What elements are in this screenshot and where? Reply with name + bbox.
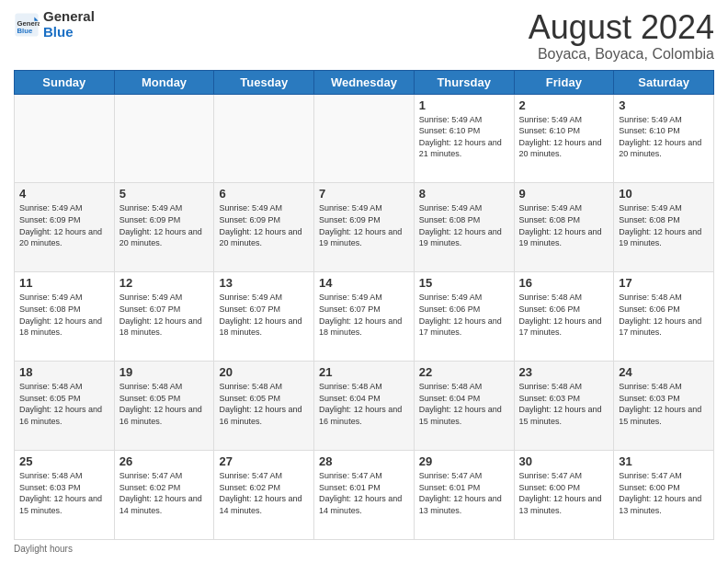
day-info: Sunrise: 5:47 AMSunset: 6:02 PMDaylight:… <box>219 470 309 516</box>
day-info: Sunrise: 5:49 AMSunset: 6:08 PMDaylight:… <box>519 202 609 248</box>
day-number: 14 <box>319 276 409 290</box>
day-number: 23 <box>519 365 609 379</box>
calendar-cell: 22Sunrise: 5:48 AMSunset: 6:04 PMDayligh… <box>414 362 514 451</box>
calendar-cell: 15Sunrise: 5:49 AMSunset: 6:06 PMDayligh… <box>414 272 514 362</box>
calendar-cell: 5Sunrise: 5:49 AMSunset: 6:09 PMDaylight… <box>114 183 214 272</box>
header: General Blue General Blue August 2024 Bo… <box>14 9 714 63</box>
title-section: August 2024 Boyaca, Boyaca, Colombia <box>529 9 714 63</box>
day-number: 15 <box>419 276 509 290</box>
footer-note: Daylight hours <box>14 544 714 554</box>
calendar-cell: 6Sunrise: 5:49 AMSunset: 6:09 PMDaylight… <box>214 183 314 272</box>
day-number: 6 <box>219 187 309 201</box>
day-number: 10 <box>619 187 709 201</box>
day-number: 26 <box>119 454 210 468</box>
day-info: Sunrise: 5:49 AMSunset: 6:10 PMDaylight:… <box>519 114 609 160</box>
calendar-cell: 12Sunrise: 5:49 AMSunset: 6:07 PMDayligh… <box>114 272 214 362</box>
calendar-cell: 1Sunrise: 5:49 AMSunset: 6:10 PMDaylight… <box>414 94 514 183</box>
location: Boyaca, Boyaca, Colombia <box>529 46 714 63</box>
logo: General Blue General Blue <box>14 9 95 40</box>
day-info: Sunrise: 5:48 AMSunset: 6:06 PMDaylight:… <box>519 292 609 338</box>
day-number: 24 <box>619 365 709 379</box>
day-info: Sunrise: 5:48 AMSunset: 6:03 PMDaylight:… <box>519 381 609 427</box>
day-info: Sunrise: 5:48 AMSunset: 6:06 PMDaylight:… <box>619 292 709 338</box>
day-number: 11 <box>19 276 109 290</box>
day-info: Sunrise: 5:47 AMSunset: 6:01 PMDaylight:… <box>319 470 409 516</box>
calendar-table: Sunday Monday Tuesday Wednesday Thursday… <box>14 70 714 540</box>
calendar-week-row: 18Sunrise: 5:48 AMSunset: 6:05 PMDayligh… <box>15 362 714 451</box>
day-info: Sunrise: 5:49 AMSunset: 6:07 PMDaylight:… <box>319 292 409 338</box>
day-number: 17 <box>619 276 709 290</box>
day-info: Sunrise: 5:49 AMSunset: 6:07 PMDaylight:… <box>119 292 210 338</box>
day-info: Sunrise: 5:49 AMSunset: 6:08 PMDaylight:… <box>619 202 709 248</box>
calendar-cell: 28Sunrise: 5:47 AMSunset: 6:01 PMDayligh… <box>314 451 415 540</box>
calendar-cell: 13Sunrise: 5:49 AMSunset: 6:07 PMDayligh… <box>214 272 314 362</box>
day-number: 3 <box>619 98 709 112</box>
day-info: Sunrise: 5:49 AMSunset: 6:08 PMDaylight:… <box>419 202 509 248</box>
day-number: 29 <box>419 454 509 468</box>
month-year: August 2024 <box>529 9 714 46</box>
day-info: Sunrise: 5:48 AMSunset: 6:05 PMDaylight:… <box>19 381 109 427</box>
calendar-cell: 4Sunrise: 5:49 AMSunset: 6:09 PMDaylight… <box>15 183 115 272</box>
day-number: 8 <box>419 187 509 201</box>
calendar-cell: 24Sunrise: 5:48 AMSunset: 6:03 PMDayligh… <box>614 362 714 451</box>
logo-general: General <box>43 9 95 25</box>
day-info: Sunrise: 5:48 AMSunset: 6:05 PMDaylight:… <box>219 381 309 427</box>
calendar-cell <box>114 94 214 183</box>
day-info: Sunrise: 5:47 AMSunset: 6:00 PMDaylight:… <box>619 470 709 516</box>
calendar-cell: 29Sunrise: 5:47 AMSunset: 6:01 PMDayligh… <box>414 451 514 540</box>
day-number: 18 <box>19 365 109 379</box>
day-number: 1 <box>419 98 509 112</box>
day-number: 4 <box>19 187 109 201</box>
day-info: Sunrise: 5:49 AMSunset: 6:10 PMDaylight:… <box>419 114 509 160</box>
page: General Blue General Blue August 2024 Bo… <box>0 0 728 563</box>
day-number: 27 <box>219 454 309 468</box>
day-info: Sunrise: 5:47 AMSunset: 6:00 PMDaylight:… <box>519 470 609 516</box>
day-info: Sunrise: 5:49 AMSunset: 6:10 PMDaylight:… <box>619 114 709 160</box>
day-info: Sunrise: 5:48 AMSunset: 6:05 PMDaylight:… <box>119 381 210 427</box>
calendar-cell: 14Sunrise: 5:49 AMSunset: 6:07 PMDayligh… <box>314 272 415 362</box>
calendar-cell <box>214 94 314 183</box>
day-info: Sunrise: 5:49 AMSunset: 6:09 PMDaylight:… <box>19 202 109 248</box>
day-info: Sunrise: 5:49 AMSunset: 6:07 PMDaylight:… <box>219 292 309 338</box>
calendar-cell: 21Sunrise: 5:48 AMSunset: 6:04 PMDayligh… <box>314 362 415 451</box>
col-friday: Friday <box>514 70 614 94</box>
day-info: Sunrise: 5:49 AMSunset: 6:08 PMDaylight:… <box>19 292 109 338</box>
day-number: 22 <box>419 365 509 379</box>
calendar-header-row: Sunday Monday Tuesday Wednesday Thursday… <box>15 70 714 94</box>
calendar-cell: 10Sunrise: 5:49 AMSunset: 6:08 PMDayligh… <box>614 183 714 272</box>
day-number: 21 <box>319 365 409 379</box>
calendar-cell: 26Sunrise: 5:47 AMSunset: 6:02 PMDayligh… <box>114 451 214 540</box>
day-number: 5 <box>119 187 210 201</box>
logo-icon: General Blue <box>14 12 40 38</box>
calendar-week-row: 4Sunrise: 5:49 AMSunset: 6:09 PMDaylight… <box>15 183 714 272</box>
day-number: 31 <box>619 454 709 468</box>
day-info: Sunrise: 5:49 AMSunset: 6:09 PMDaylight:… <box>219 202 309 248</box>
calendar-cell: 2Sunrise: 5:49 AMSunset: 6:10 PMDaylight… <box>514 94 614 183</box>
calendar-cell: 17Sunrise: 5:48 AMSunset: 6:06 PMDayligh… <box>614 272 714 362</box>
day-number: 25 <box>19 454 109 468</box>
calendar-cell: 16Sunrise: 5:48 AMSunset: 6:06 PMDayligh… <box>514 272 614 362</box>
calendar-cell: 18Sunrise: 5:48 AMSunset: 6:05 PMDayligh… <box>15 362 115 451</box>
calendar-cell: 8Sunrise: 5:49 AMSunset: 6:08 PMDaylight… <box>414 183 514 272</box>
day-number: 12 <box>119 276 210 290</box>
calendar-cell: 23Sunrise: 5:48 AMSunset: 6:03 PMDayligh… <box>514 362 614 451</box>
calendar-cell: 19Sunrise: 5:48 AMSunset: 6:05 PMDayligh… <box>114 362 214 451</box>
calendar-cell: 11Sunrise: 5:49 AMSunset: 6:08 PMDayligh… <box>15 272 115 362</box>
day-info: Sunrise: 5:49 AMSunset: 6:09 PMDaylight:… <box>119 202 210 248</box>
day-info: Sunrise: 5:48 AMSunset: 6:03 PMDaylight:… <box>19 470 109 516</box>
calendar-cell: 20Sunrise: 5:48 AMSunset: 6:05 PMDayligh… <box>214 362 314 451</box>
day-number: 16 <box>519 276 609 290</box>
day-info: Sunrise: 5:48 AMSunset: 6:03 PMDaylight:… <box>619 381 709 427</box>
day-number: 7 <box>319 187 409 201</box>
day-number: 2 <box>519 98 609 112</box>
day-info: Sunrise: 5:47 AMSunset: 6:02 PMDaylight:… <box>119 470 210 516</box>
day-info: Sunrise: 5:49 AMSunset: 6:06 PMDaylight:… <box>419 292 509 338</box>
day-number: 9 <box>519 187 609 201</box>
day-info: Sunrise: 5:47 AMSunset: 6:01 PMDaylight:… <box>419 470 509 516</box>
calendar-cell: 3Sunrise: 5:49 AMSunset: 6:10 PMDaylight… <box>614 94 714 183</box>
day-number: 30 <box>519 454 609 468</box>
calendar-cell <box>15 94 115 183</box>
svg-text:Blue: Blue <box>17 27 33 35</box>
col-saturday: Saturday <box>614 70 714 94</box>
calendar-cell: 25Sunrise: 5:48 AMSunset: 6:03 PMDayligh… <box>15 451 115 540</box>
